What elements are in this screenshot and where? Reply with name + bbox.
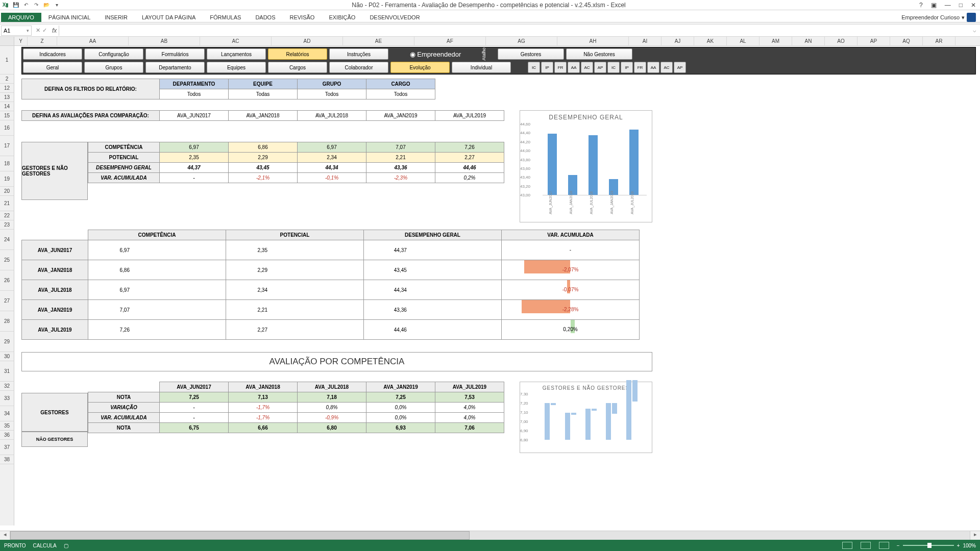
row-25[interactable]: 25: [0, 250, 14, 270]
col-AH[interactable]: AH: [557, 37, 629, 45]
tab-file[interactable]: ARQUIVO: [1, 13, 41, 22]
ribbon-options-icon[interactable]: ▣: [929, 2, 939, 9]
select-all[interactable]: [0, 37, 14, 45]
filter-role[interactable]: Todos: [366, 89, 435, 99]
mini-4-AC[interactable]: AC: [581, 62, 593, 73]
subnav-grupos[interactable]: Grupos: [84, 62, 143, 73]
mini-5-AP[interactable]: AP: [594, 62, 606, 73]
col-AK[interactable]: AK: [694, 37, 727, 45]
expand-formula-icon[interactable]: ⌵: [969, 27, 980, 34]
subnav-cargos[interactable]: Cargos: [268, 62, 327, 73]
horizontal-scrollbar[interactable]: ◂ ▸: [0, 531, 980, 540]
mini-10-AC[interactable]: AC: [660, 62, 673, 73]
view-layout-icon[interactable]: [861, 542, 871, 549]
chart-gestores[interactable]: GESTORES E NÃO GESTORES 7,307,207,107,00…: [520, 382, 652, 453]
tab-insert[interactable]: INSERIR: [97, 13, 135, 22]
compare-p2[interactable]: AVA_JUL2018: [298, 111, 366, 121]
nav-configuração[interactable]: Configuração: [84, 48, 143, 60]
row-18[interactable]: 18: [0, 156, 14, 171]
col-AB[interactable]: AB: [129, 37, 200, 45]
mini-0-IC[interactable]: IC: [528, 62, 540, 73]
nav-lançamentos[interactable]: Lançamentos: [207, 48, 266, 60]
mini-6-IC[interactable]: IC: [607, 62, 620, 73]
cancel-formula-icon[interactable]: ✕: [36, 27, 40, 34]
row-21[interactable]: 21: [0, 196, 14, 211]
zoom-slider[interactable]: [903, 545, 954, 546]
user-account[interactable]: Empreendedor Curioso▾: [901, 13, 980, 22]
tab-home[interactable]: PÁGINA INICIAL: [41, 13, 98, 22]
zoom-in-icon[interactable]: +: [957, 543, 960, 548]
zoom-level[interactable]: 100%: [963, 543, 976, 548]
row-19[interactable]: 19: [0, 171, 14, 187]
row-13[interactable]: 13: [0, 93, 14, 102]
tab-developer[interactable]: DESENVOLVEDOR: [362, 13, 427, 22]
tab-view[interactable]: EXIBIÇÃO: [322, 13, 362, 22]
subnav-evolução[interactable]: Evolução: [390, 62, 450, 73]
sheet-nav-first-icon[interactable]: ◂: [0, 531, 10, 540]
col-AE[interactable]: AE: [343, 37, 414, 45]
col-AC[interactable]: AC: [200, 37, 272, 45]
row-32[interactable]: 32: [0, 382, 14, 391]
nav-indicadores[interactable]: Indicadores: [23, 48, 82, 60]
open-icon[interactable]: 📂: [43, 2, 50, 9]
sheet-nav-last-icon[interactable]: ▸: [970, 531, 980, 540]
nav-relatórios[interactable]: Relatórios: [268, 48, 327, 60]
row-22[interactable]: 22: [0, 211, 14, 220]
mini-3-AA[interactable]: AA: [568, 62, 580, 73]
row-26[interactable]: 26: [0, 270, 14, 291]
redo-icon[interactable]: ↷: [33, 2, 40, 9]
col-AQ[interactable]: AQ: [890, 37, 923, 45]
mini-7-IP[interactable]: IP: [621, 62, 633, 73]
col-AL[interactable]: AL: [727, 37, 760, 45]
compare-p1[interactable]: AVA_JAN2018: [229, 111, 298, 121]
row-38[interactable]: 38: [0, 455, 14, 464]
tab-formulas[interactable]: FÓRMULAS: [203, 13, 248, 22]
mini-2-FR[interactable]: FR: [554, 62, 567, 73]
subnav-departamento[interactable]: Departamento: [145, 62, 205, 73]
row-35[interactable]: 35: [0, 421, 14, 431]
nav-gestores[interactable]: Gestores: [498, 48, 564, 60]
col-AO[interactable]: AO: [825, 37, 857, 45]
row-14[interactable]: 14: [0, 102, 14, 111]
view-pagebreak-icon[interactable]: [879, 542, 889, 549]
compare-p0[interactable]: AVA_JUN2017: [160, 111, 229, 121]
mini-1-IP[interactable]: IP: [541, 62, 553, 73]
compare-p4[interactable]: AVA_JUL2019: [435, 111, 504, 121]
formula-input[interactable]: [59, 26, 969, 36]
nav-não-gestores[interactable]: Não Gestores: [566, 48, 632, 60]
subnav-individual[interactable]: Individual: [452, 62, 511, 73]
tab-layout[interactable]: LAYOUT DA PÁGINA: [135, 13, 203, 22]
mini-9-AA[interactable]: AA: [647, 62, 659, 73]
subnav-geral[interactable]: Geral: [23, 62, 82, 73]
col-AA[interactable]: AA: [57, 37, 129, 45]
row-30[interactable]: 30: [0, 352, 14, 361]
row-31[interactable]: 31: [0, 361, 14, 382]
filter-group[interactable]: Todos: [298, 89, 366, 99]
nav-formulários[interactable]: Formulários: [145, 48, 205, 60]
col-AN[interactable]: AN: [792, 37, 825, 45]
col-AJ[interactable]: AJ: [662, 37, 694, 45]
nav-instruções[interactable]: Instruções: [329, 48, 388, 60]
col-AF[interactable]: AF: [414, 37, 486, 45]
mini-8-FR[interactable]: FR: [634, 62, 646, 73]
row-23[interactable]: 23: [0, 220, 14, 230]
compare-p3[interactable]: AVA_JAN2019: [366, 111, 435, 121]
row-34[interactable]: 34: [0, 406, 14, 421]
enter-formula-icon[interactable]: ✓: [42, 27, 47, 34]
filter-dept[interactable]: Todos: [160, 89, 229, 99]
qat-dropdown-icon[interactable]: ▾: [53, 2, 60, 9]
col-AP[interactable]: AP: [857, 37, 890, 45]
row-24[interactable]: 24: [0, 230, 14, 250]
col-AG[interactable]: AG: [486, 37, 557, 45]
tab-review[interactable]: REVISÃO: [283, 13, 322, 22]
tab-data[interactable]: DADOS: [248, 13, 282, 22]
row-28[interactable]: 28: [0, 311, 14, 332]
col-AI[interactable]: AI: [629, 37, 662, 45]
row-16[interactable]: 16: [0, 120, 14, 136]
row-27[interactable]: 27: [0, 291, 14, 311]
col-AM[interactable]: AM: [760, 37, 792, 45]
help-icon[interactable]: ?: [917, 2, 925, 9]
row-20[interactable]: 20: [0, 187, 14, 196]
col-AD[interactable]: AD: [272, 37, 343, 45]
minimize-icon[interactable]: —: [943, 2, 953, 9]
